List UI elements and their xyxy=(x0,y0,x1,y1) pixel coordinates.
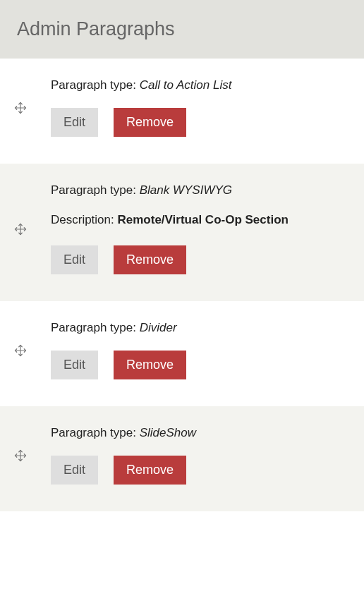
drag-handle[interactable] xyxy=(14,449,42,462)
paragraph-row: Paragraph type: Call to Action List Desc… xyxy=(0,59,364,164)
paragraph-desc-prefix: Description: xyxy=(51,213,117,226)
paragraph-buttons: Edit Remove xyxy=(51,351,350,379)
paragraph-type-line: Paragraph type: Blank WYSIWYG xyxy=(51,183,350,197)
paragraph-row: Paragraph type: Blank WYSIWYG Descriptio… xyxy=(0,164,364,301)
edit-button[interactable]: Edit xyxy=(51,351,98,379)
edit-button[interactable]: Edit xyxy=(51,245,98,274)
paragraph-buttons: Edit Remove xyxy=(51,108,350,137)
paragraph-buttons: Edit Remove xyxy=(51,245,350,274)
edit-button[interactable]: Edit xyxy=(51,108,98,137)
paragraph-type-line: Paragraph type: Call to Action List xyxy=(51,78,350,92)
paragraph-type-prefix: Paragraph type: xyxy=(51,183,140,197)
drag-handle[interactable] xyxy=(14,344,42,357)
paragraph-type-prefix: Paragraph type: xyxy=(51,426,140,439)
paragraph-type-line: Paragraph type: SlideShow xyxy=(51,426,350,440)
remove-button[interactable]: Remove xyxy=(114,108,186,137)
paragraph-desc-value: Remote/Virtual Co-Op Section xyxy=(117,213,288,226)
paragraph-content: Paragraph type: Call to Action List Desc… xyxy=(42,78,350,137)
paragraph-content: Paragraph type: Divider Description: Edi… xyxy=(42,321,350,379)
paragraph-row: Paragraph type: SlideShow Description: E… xyxy=(0,406,364,511)
edit-button[interactable]: Edit xyxy=(51,456,98,485)
drag-handle[interactable] xyxy=(14,223,42,236)
page-title: Admin Paragraphs xyxy=(0,0,364,59)
paragraph-type-value: Divider xyxy=(140,321,177,334)
paragraph-content: Paragraph type: Blank WYSIWYG Descriptio… xyxy=(42,183,350,274)
paragraph-content: Paragraph type: SlideShow Description: E… xyxy=(42,426,350,485)
remove-button[interactable]: Remove xyxy=(114,456,186,485)
move-icon xyxy=(14,223,27,236)
drag-handle[interactable] xyxy=(14,102,42,114)
paragraph-type-prefix: Paragraph type: xyxy=(51,321,140,334)
paragraph-type-value: Blank WYSIWYG xyxy=(140,183,232,197)
paragraph-type-line: Paragraph type: Divider xyxy=(51,321,350,335)
paragraph-type-prefix: Paragraph type: xyxy=(51,78,140,92)
paragraph-desc-line: Description: Remote/Virtual Co-Op Sectio… xyxy=(51,213,350,227)
move-icon xyxy=(14,102,27,114)
move-icon xyxy=(14,344,27,357)
paragraph-type-value: SlideShow xyxy=(140,426,196,439)
paragraph-row: Paragraph type: Divider Description: Edi… xyxy=(0,301,364,406)
paragraph-list: Paragraph type: Call to Action List Desc… xyxy=(0,59,364,511)
paragraph-type-value: Call to Action List xyxy=(140,78,232,92)
remove-button[interactable]: Remove xyxy=(114,245,186,274)
paragraph-buttons: Edit Remove xyxy=(51,456,350,485)
move-icon xyxy=(14,449,27,462)
remove-button[interactable]: Remove xyxy=(114,351,186,379)
